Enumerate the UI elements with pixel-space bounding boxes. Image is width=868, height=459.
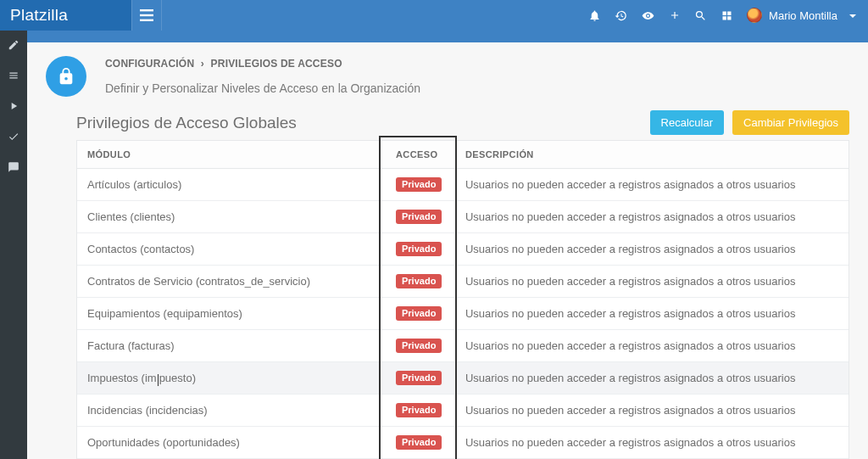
page-header: CONFIGURACIÓN › PRIVILEGIOS DE ACCESO De…: [27, 42, 868, 105]
breadcrumb-sep: ›: [201, 58, 204, 70]
user-name: Mario Montilla: [769, 9, 837, 22]
cell-modulo: Factura (facturas): [77, 330, 386, 362]
change-privileges-button[interactable]: Cambiar Privilegios: [732, 110, 849, 135]
breadcrumb-root[interactable]: CONFIGURACIÓN: [105, 58, 194, 70]
col-acceso[interactable]: ACCESO: [386, 141, 455, 169]
cell-descripcion: Usuarios no pueden acceder a registros a…: [455, 266, 849, 298]
side-rail: [0, 31, 27, 459]
table-row[interactable]: Incidencias (incidencias)PrivadoUsuarios…: [77, 395, 849, 427]
access-badge[interactable]: Privado: [396, 274, 442, 288]
privileges-table: MÓDULO ACCESO DESCRIPCIÓN Artículos (art…: [76, 140, 849, 459]
chevron-down-icon: [844, 9, 856, 22]
cell-acceso: Privado: [386, 266, 455, 298]
cell-acceso: Privado: [386, 362, 455, 395]
brand[interactable]: Platzilla: [0, 0, 131, 31]
main: CONFIGURACIÓN › PRIVILEGIOS DE ACCESO De…: [27, 42, 868, 459]
lock-icon: [46, 56, 86, 97]
table-row[interactable]: Impuestos (impuesto)PrivadoUsuarios no p…: [77, 362, 849, 395]
cell-descripcion: Usuarios no pueden acceder a registros a…: [455, 233, 849, 266]
cell-acceso: Privado: [386, 233, 455, 266]
section-bar: Privilegios de Acceso Globales Recalcula…: [76, 110, 849, 135]
eye-icon[interactable]: [641, 9, 655, 22]
history-icon[interactable]: [615, 9, 627, 22]
col-descripcion[interactable]: DESCRIPCIÓN: [455, 141, 849, 169]
access-badge[interactable]: Privado: [396, 371, 442, 385]
table-row[interactable]: Oportunidades (oportunidades)PrivadoUsua…: [77, 427, 849, 459]
cell-acceso: Privado: [386, 427, 455, 459]
plus-icon[interactable]: [669, 9, 681, 21]
col-modulo[interactable]: MÓDULO: [77, 141, 386, 169]
table-row[interactable]: Artículos (articulos)PrivadoUsuarios no …: [77, 169, 849, 201]
table-row[interactable]: Contactos (contactos)PrivadoUsuarios no …: [77, 233, 849, 266]
hamburger-icon: [140, 9, 153, 21]
rail-edit-icon[interactable]: [8, 39, 19, 54]
section-title: Privilegios de Acceso Globales: [76, 114, 297, 132]
cell-modulo: Clientes (clientes): [77, 201, 386, 233]
page-subtitle: Definir y Personalizar Niveles de Acceso…: [105, 81, 420, 95]
cell-descripcion: Usuarios no pueden acceder a registros a…: [455, 201, 849, 233]
cell-modulo: Oportunidades (oportunidades): [77, 427, 386, 459]
cell-modulo: Contactos (contactos): [77, 233, 386, 266]
cell-acceso: Privado: [386, 330, 455, 362]
cell-acceso: Privado: [386, 298, 455, 330]
table-row[interactable]: Equipamientos (equipamientos)PrivadoUsua…: [77, 298, 849, 330]
rail-play-icon[interactable]: [8, 100, 19, 115]
cell-acceso: Privado: [386, 201, 455, 233]
cell-acceso: Privado: [386, 169, 455, 201]
cell-descripcion: Usuarios no pueden acceder a registros a…: [455, 362, 849, 395]
bell-icon[interactable]: [588, 9, 601, 22]
cell-descripcion: Usuarios no pueden acceder a registros a…: [455, 395, 849, 427]
menu-toggle[interactable]: [131, 0, 162, 31]
cell-modulo: Incidencias (incidencias): [77, 395, 386, 427]
cell-modulo: Equipamientos (equipamientos): [77, 298, 386, 330]
avatar: [747, 8, 762, 23]
cell-descripcion: Usuarios no pueden acceder a registros a…: [455, 330, 849, 362]
cell-modulo: Contratos de Servicio (contratos_de_serv…: [77, 266, 386, 298]
recalc-button[interactable]: Recalcular: [650, 110, 724, 135]
top-icons: Mario Montilla: [588, 8, 868, 23]
access-badge[interactable]: Privado: [396, 242, 442, 256]
cell-descripcion: Usuarios no pueden acceder a registros a…: [455, 298, 849, 330]
rail-list-icon[interactable]: [8, 70, 19, 85]
rail-check-icon[interactable]: [8, 131, 19, 146]
cell-modulo: Artículos (articulos): [77, 169, 386, 201]
table-row[interactable]: Factura (facturas)PrivadoUsuarios no pue…: [77, 330, 849, 362]
cell-descripcion: Usuarios no pueden acceder a registros a…: [455, 427, 849, 459]
search-icon[interactable]: [694, 9, 707, 22]
text-cursor: [158, 374, 159, 386]
user-menu[interactable]: Mario Montilla: [747, 8, 856, 23]
svg-rect-2: [140, 20, 153, 21]
rail-chat-icon[interactable]: [8, 161, 19, 176]
access-badge[interactable]: Privado: [396, 177, 442, 192]
access-badge[interactable]: Privado: [396, 210, 442, 224]
topbar: Platzilla Mario Montilla: [0, 0, 868, 31]
svg-rect-0: [140, 9, 153, 11]
access-badge[interactable]: Privado: [396, 435, 442, 450]
cell-modulo: Impuestos (impuesto): [77, 362, 386, 395]
breadcrumb: CONFIGURACIÓN › PRIVILEGIOS DE ACCESO: [105, 58, 420, 70]
access-badge[interactable]: Privado: [396, 339, 442, 353]
cell-acceso: Privado: [386, 395, 455, 427]
table-row[interactable]: Clientes (clientes)PrivadoUsuarios no pu…: [77, 201, 849, 233]
svg-rect-1: [140, 14, 153, 16]
apps-icon[interactable]: [721, 9, 733, 22]
blue-bar: [27, 31, 868, 42]
access-badge[interactable]: Privado: [396, 306, 442, 321]
table-row[interactable]: Contratos de Servicio (contratos_de_serv…: [77, 266, 849, 298]
access-badge[interactable]: Privado: [396, 403, 442, 417]
breadcrumb-current: PRIVILEGIOS DE ACCESO: [211, 58, 342, 70]
cell-descripcion: Usuarios no pueden acceder a registros a…: [455, 169, 849, 201]
